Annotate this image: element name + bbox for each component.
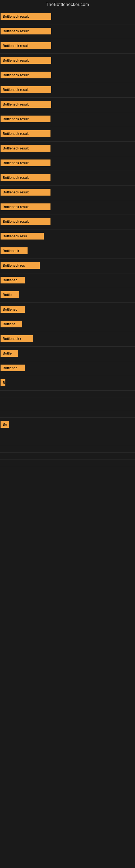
list-item: Bottleneck r [0, 332, 135, 347]
bottleneck-result-bar[interactable]: Bottleneck res [1, 262, 40, 269]
list-item: Bottleneck res [0, 259, 135, 273]
list-item: Bottleneck [0, 244, 135, 259]
bottleneck-result-bar[interactable]: Bottleneck result [1, 159, 50, 166]
bottleneck-result-bar[interactable]: Bottleneck result [1, 13, 51, 20]
list-item: Bottleneck result [0, 171, 135, 186]
list-item [0, 391, 135, 397]
bottleneck-result-bar[interactable]: Bottleneck result [1, 28, 51, 34]
list-item: Bottleneck result [0, 68, 135, 83]
list-item [0, 453, 135, 460]
list-item [0, 411, 135, 418]
bottleneck-result-bar[interactable]: B [1, 379, 5, 386]
bottleneck-result-bar[interactable]: Bottleneck result [1, 72, 51, 79]
list-item: Bottleneck result [0, 156, 135, 171]
bottleneck-result-bar[interactable]: Bottleneck result [1, 174, 50, 181]
bottleneck-result-bar[interactable]: Bottle [1, 291, 19, 298]
list-item: Bottle [0, 347, 135, 361]
list-item: Bottleneck resu [0, 229, 135, 244]
bottleneck-result-bar[interactable]: Bottleneck result [1, 204, 50, 210]
bottleneck-result-bar[interactable]: Bottleneck result [1, 130, 50, 137]
bottleneck-result-bar[interactable]: Bottlene [1, 321, 22, 328]
list-item: Bottleneck result [0, 127, 135, 142]
bottleneck-result-bar[interactable]: Bottleneck result [1, 218, 50, 225]
site-title: TheBottlenecker.com [0, 0, 135, 10]
list-item [0, 397, 135, 404]
list-item: Bottleneck result [0, 10, 135, 24]
list-item: Bottleneck result [0, 142, 135, 156]
bottleneck-result-bar[interactable]: Bottleneck result [1, 116, 50, 122]
bottleneck-result-bar[interactable]: Bo [1, 421, 9, 428]
list-item: Bottleneck result [0, 215, 135, 229]
list-item [0, 446, 135, 453]
bottleneck-result-bar[interactable]: Bottleneck resu [1, 233, 44, 240]
bottleneck-result-bar[interactable]: Bottleneck result [1, 189, 50, 195]
list-item: Bottleneck result [0, 54, 135, 68]
list-item [0, 404, 135, 411]
list-item: Bo [0, 418, 135, 432]
bottleneck-result-bar[interactable]: Bottleneck result [1, 57, 51, 64]
list-item: Bottleneck result [0, 186, 135, 200]
bottleneck-result-bar[interactable]: Bottle [1, 350, 18, 357]
bottleneck-result-bar[interactable]: Bottleneck result [1, 42, 51, 49]
list-item: Bottleneck result [0, 98, 135, 112]
list-item [0, 439, 135, 446]
list-item [0, 432, 135, 439]
list-item: Bottleneck result [0, 200, 135, 215]
list-item: Bottle [0, 288, 135, 303]
bottleneck-result-bar[interactable]: Bottleneck result [1, 145, 50, 152]
list-item: Bottlenec [0, 361, 135, 376]
list-item: Bottleneck result [0, 83, 135, 98]
list-item [0, 460, 135, 466]
bottleneck-result-bar[interactable]: Bottleneck result [1, 101, 51, 108]
bottleneck-result-bar[interactable]: Bottleneck r [1, 335, 33, 342]
list-item: Bottlene [0, 317, 135, 332]
list-item: Bottleneck result [0, 24, 135, 39]
list-item: Bottleneck result [0, 39, 135, 54]
bottleneck-result-bar[interactable]: Bottleneck result [1, 86, 51, 93]
bottleneck-result-bar[interactable]: Bottlenec [1, 365, 25, 371]
list-item: Bottleneck result [0, 112, 135, 127]
bottleneck-result-bar[interactable]: Bottlenec [1, 277, 25, 283]
bottleneck-result-bar[interactable]: Bottleneck [1, 247, 28, 254]
bottleneck-result-bar[interactable]: Bottlenec [1, 306, 25, 313]
list-item: B [0, 376, 135, 391]
list-item: Bottlenec [0, 303, 135, 317]
list-item: Bottlenec [0, 273, 135, 288]
